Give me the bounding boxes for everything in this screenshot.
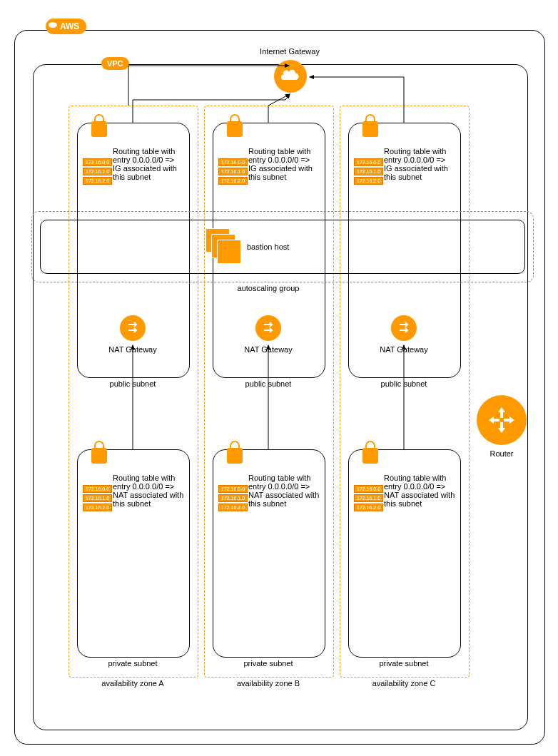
priv-a-label: private subnet xyxy=(77,659,188,668)
az-a-label: availability zone A xyxy=(69,679,197,688)
rt-nat-a: Routing table with entry 0.0.0.0/0 => NA… xyxy=(113,474,186,508)
lock-icon xyxy=(91,448,107,464)
ip-labels-pa: 172.16.0.0172.16.1.0172.16.2.0 xyxy=(83,485,112,513)
ig-label: Internet Gateway xyxy=(247,47,333,56)
nat-icon-a xyxy=(120,315,146,341)
lock-icon xyxy=(362,121,378,137)
vpc-badge: VPC xyxy=(101,57,129,70)
aws-badge: AWS xyxy=(46,19,86,34)
rt-text-c: Routing table with entry 0.0.0.0/0 => IG… xyxy=(384,147,455,181)
ip-labels-b: 172.16.0.0172.16.1.0172.16.2.0 xyxy=(218,158,248,186)
lock-icon xyxy=(362,448,378,464)
priv-c-label: private subnet xyxy=(348,659,460,668)
pub-b-label: public subnet xyxy=(213,379,324,388)
nat-b-label: NAT Gateway xyxy=(213,345,324,354)
lock-icon xyxy=(227,448,243,464)
router-label: Router xyxy=(477,449,527,458)
asg-label: autoscaling group xyxy=(204,284,333,292)
rt-text-a: Routing table with entry 0.0.0.0/0 => IG… xyxy=(113,147,184,181)
rt-text-b: Routing table with entry 0.0.0.0/0 => IG… xyxy=(248,147,320,181)
internet-gateway-icon xyxy=(274,60,307,93)
nat-icon-b xyxy=(255,315,281,341)
pub-a-label: public subnet xyxy=(77,379,188,388)
lock-icon xyxy=(227,121,243,137)
pub-c-label: public subnet xyxy=(348,379,460,388)
nat-icon-c xyxy=(391,315,417,341)
lock-icon xyxy=(91,121,107,137)
router-icon xyxy=(477,395,527,445)
bastion-label: bastion host xyxy=(247,242,311,251)
az-b-label: availability zone B xyxy=(204,679,333,688)
rt-nat-c: Routing table with entry 0.0.0.0/0 => NA… xyxy=(384,474,457,508)
az-c-label: availability zone C xyxy=(340,679,468,688)
nat-a-label: NAT Gateway xyxy=(77,345,188,354)
priv-b-label: private subnet xyxy=(213,659,324,668)
ip-labels-a: 172.16.0.0172.16.1.0172.16.2.0 xyxy=(83,158,112,186)
ip-labels-pc: 172.16.0.0172.16.1.0172.16.2.0 xyxy=(354,485,383,513)
ip-labels-c: 172.16.0.0172.16.1.0172.16.2.0 xyxy=(354,158,383,186)
nat-c-label: NAT Gateway xyxy=(348,345,460,354)
ip-labels-pb: 172.16.0.0172.16.1.0172.16.2.0 xyxy=(218,485,248,513)
rt-nat-b: Routing table with entry 0.0.0.0/0 => NA… xyxy=(248,474,321,508)
